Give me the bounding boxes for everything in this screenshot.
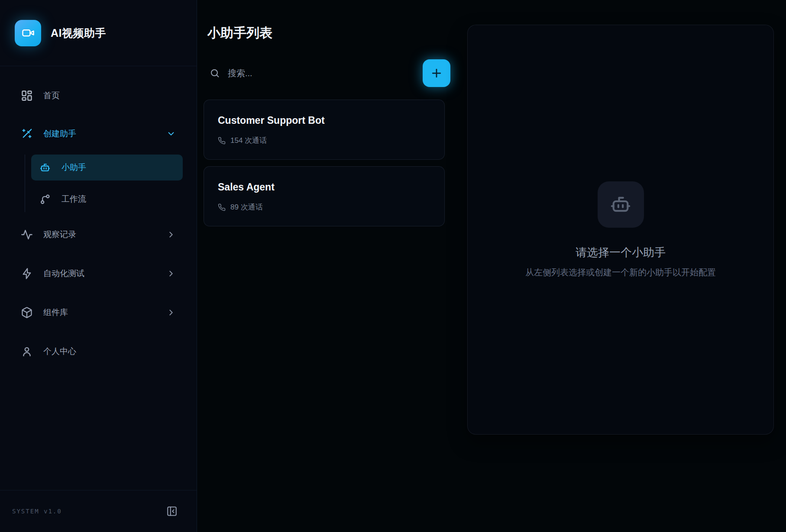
sidebar-item-label: 个人中心 [43, 346, 76, 357]
assistant-name: Sales Agent [218, 180, 430, 194]
sidebar-item-automation-test[interactable]: 自动化测试 [14, 263, 183, 284]
assistant-call-count: 154 次通话 [230, 135, 267, 146]
assistant-name: Customer Support Bot [218, 113, 430, 127]
empty-state: 请选择一个小助手 从左侧列表选择或创建一个新的小助手以开始配置 [525, 181, 716, 278]
git-branch-icon [39, 193, 51, 205]
dashboard-icon [21, 90, 33, 102]
main-content: 小助手列表 [197, 0, 786, 532]
phone-icon [218, 137, 226, 145]
app-logo [15, 20, 41, 46]
search-box [204, 68, 423, 78]
sidebar-item-home[interactable]: 首页 [14, 85, 183, 106]
robot-icon [608, 192, 633, 216]
sidebar-footer: SYSTEM v1.0 [0, 490, 197, 532]
search-input[interactable] [228, 68, 423, 78]
sidebar-item-label: 创建助手 [43, 128, 76, 139]
sidebar-item-assistant[interactable]: 小助手 [31, 155, 183, 181]
plus-icon [430, 67, 443, 80]
sidebar-item-label: 小助手 [61, 162, 86, 173]
sidebar-item-label: 组件库 [43, 307, 68, 318]
search-row [204, 59, 450, 87]
search-icon [210, 68, 220, 78]
system-version: SYSTEM v1.0 [12, 508, 62, 515]
lightning-icon [21, 268, 33, 280]
app-root: AI视频助手 首页 [0, 0, 786, 532]
assistant-list-panel: 小助手列表 [197, 0, 467, 532]
page-title: 小助手列表 [207, 24, 467, 42]
phone-icon [218, 203, 226, 211]
box-icon [21, 306, 33, 319]
chevron-right-icon [166, 230, 176, 239]
assistant-detail-panel: 请选择一个小助手 从左侧列表选择或创建一个新的小助手以开始配置 [467, 25, 774, 435]
sidebar-item-workflow[interactable]: 工作流 [31, 186, 183, 212]
assistant-call-count: 89 次通话 [230, 202, 263, 213]
assistant-card[interactable]: Sales Agent 89 次通话 [204, 166, 445, 226]
sidebar-item-observation[interactable]: 观察记录 [14, 224, 183, 245]
assistant-card[interactable]: Customer Support Bot 154 次通话 [204, 100, 445, 160]
activity-icon [21, 229, 33, 241]
chevron-down-icon [166, 129, 176, 139]
create-assistant-submenu: 小助手 工作流 [25, 155, 183, 212]
sidebar-nav: 首页 创建助手 [0, 66, 197, 490]
assistant-list: Customer Support Bot 154 次通话 Sales Agent [204, 100, 467, 226]
magic-wand-icon [21, 128, 33, 140]
sidebar-item-label: 首页 [43, 90, 60, 101]
sidebar-header: AI视频助手 [0, 0, 197, 66]
user-icon [21, 345, 33, 358]
sidebar-item-profile[interactable]: 个人中心 [14, 341, 183, 362]
empty-state-subtitle: 从左侧列表选择或创建一个新的小助手以开始配置 [525, 267, 716, 278]
robot-icon [39, 161, 51, 174]
video-camera-icon [22, 26, 35, 39]
panel-collapse-icon [166, 506, 178, 517]
empty-state-icon-box [598, 181, 644, 228]
sidebar-item-component-library[interactable]: 组件库 [14, 302, 183, 323]
assistant-meta: 89 次通话 [218, 202, 430, 213]
assistant-meta: 154 次通话 [218, 135, 430, 146]
sidebar-item-label: 自动化测试 [43, 268, 84, 279]
sidebar-item-label: 观察记录 [43, 229, 76, 240]
empty-state-title: 请选择一个小助手 [576, 245, 666, 260]
sidebar-collapse-button[interactable] [166, 506, 178, 517]
chevron-right-icon [166, 308, 176, 317]
sidebar-item-create-assistant[interactable]: 创建助手 [14, 123, 183, 144]
add-assistant-button[interactable] [423, 59, 450, 87]
sidebar: AI视频助手 首页 [0, 0, 197, 532]
chevron-right-icon [166, 269, 176, 278]
sidebar-item-label: 工作流 [61, 193, 86, 205]
app-title: AI视频助手 [51, 26, 106, 40]
